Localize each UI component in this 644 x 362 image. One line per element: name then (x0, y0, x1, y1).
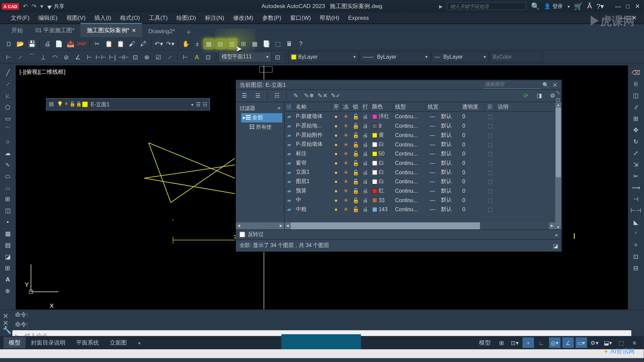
point-icon[interactable]: • (0, 217, 15, 227)
array-icon[interactable]: ⊞ (628, 113, 644, 124)
offset-icon[interactable]: ⫽ (628, 102, 644, 112)
menu-draw[interactable]: 绘图(D) (173, 12, 200, 23)
tol-icon[interactable]: ⊡ (130, 52, 141, 62)
settings-toggle-icon[interactable]: ◨ (534, 90, 545, 101)
doc-tab-active[interactable]: 施工图实际案例*✕ (80, 23, 142, 37)
table-v-scroll[interactable]: ▴ ▾ (555, 102, 561, 230)
tool-icon[interactable]: ⬚ (273, 38, 283, 49)
save-icon[interactable]: 💾 (26, 38, 37, 49)
play-icon[interactable]: ▸ (439, 2, 443, 10)
cmd-wrench-icon[interactable]: 🔧 (3, 326, 11, 334)
search-icon[interactable]: 🔍 (531, 2, 540, 10)
transparency-icon[interactable]: ⚙▾ (589, 337, 600, 348)
line-icon[interactable]: ╱ (0, 67, 15, 78)
update-icon[interactable]: ⊡ (203, 52, 214, 62)
help-tb-icon[interactable]: ? (296, 38, 306, 49)
layerprops-icon[interactable]: ▤ (48, 101, 54, 107)
linetype-dropdown[interactable]: ——ByLayer▾ (360, 52, 430, 62)
close-icon[interactable]: ✕ (633, 3, 642, 10)
dim-aligned-icon[interactable]: ⟋ (15, 52, 26, 62)
layer-state-icon[interactable]: ☷ (272, 90, 282, 101)
tab-close-icon[interactable]: ✕ (132, 28, 136, 33)
doc-tab-start[interactable]: 开始 (5, 24, 29, 37)
invert-filter-checkbox[interactable] (239, 232, 245, 237)
help-search-input[interactable] (447, 2, 526, 10)
snap-toggle-icon[interactable]: ⊡▾ (509, 337, 521, 348)
ungroup-icon[interactable]: ⊟ (628, 262, 644, 273)
sheet-icon[interactable]: 📑 (261, 38, 272, 49)
scale-icon[interactable]: ⤢ (628, 148, 644, 159)
new-layer2-icon[interactable]: ✎ (291, 90, 302, 101)
menu-modify[interactable]: 修改(M) (230, 12, 257, 23)
menu-tools[interactable]: 工具(T) (145, 12, 171, 23)
maximize-icon[interactable]: □ (623, 3, 632, 10)
grid-toggle-icon[interactable]: ⊞ (496, 337, 507, 348)
menu-file[interactable]: 文件(F) (7, 12, 33, 23)
layer-row[interactable]: ▰图层1●☀🔓🖨白Continu...—默认0⬚ (284, 177, 555, 186)
hatch-icon[interactable]: ▦ (0, 228, 15, 239)
new-filter-icon[interactable]: ☱ (253, 90, 263, 101)
layout-tab-model[interactable]: 模型 (4, 337, 26, 348)
refresh-icon[interactable]: ⟳ (521, 90, 531, 101)
fillet-icon[interactable]: ◜ (628, 228, 644, 239)
anno-icon[interactable]: ⬚ (615, 337, 627, 348)
dimstyle-edit-icon[interactable]: ⊡ (273, 52, 283, 62)
polar-toggle-icon[interactable]: ∟ (536, 337, 547, 348)
chamfer-icon[interactable]: ◣ (628, 217, 644, 227)
mirror-icon[interactable]: ◫ (628, 90, 644, 101)
cycle-icon[interactable]: ⬓▾ (602, 337, 613, 348)
layer-row[interactable]: ▰窗帘●☀🔓🖨白Continu...—默认0⬚ (284, 158, 555, 168)
minimize-icon[interactable]: — (613, 3, 622, 10)
doc-tab-1[interactable]: 01 平面施工图* (29, 24, 80, 37)
open-icon[interactable]: 📂 (15, 38, 26, 49)
zoom-icon[interactable]: ± (192, 38, 203, 49)
palette-opt-icon[interactable]: ⊡ (556, 97, 560, 103)
polygon-icon[interactable]: ⬠ (0, 102, 15, 112)
explode-icon[interactable]: ✧ (628, 240, 644, 250)
dim-rad-icon[interactable]: ◠ (50, 52, 60, 62)
freeze-new-icon[interactable]: ✎❄ (304, 90, 315, 101)
group-icon[interactable]: ⊡ (628, 251, 644, 262)
dwf-icon[interactable]: DWF (76, 38, 87, 49)
layout-tab-2[interactable]: 平面系统 (71, 337, 104, 348)
doc-tab-3[interactable]: Drawing2* (142, 25, 181, 37)
layer-states-icon[interactable]: ▤ (215, 38, 226, 49)
move-obj-icon[interactable]: ✥ (628, 125, 644, 135)
layer-tool-icon[interactable]: ▥ (226, 38, 237, 49)
menu-format[interactable]: 格式(O) (117, 12, 144, 23)
insert-icon[interactable]: ⊞ (0, 194, 15, 204)
new-tab-button[interactable]: + (181, 28, 197, 37)
dim-base-icon[interactable]: ⊢ (84, 52, 95, 62)
doc-window-controls[interactable]: — □ ✕ (616, 13, 640, 23)
text-edit-icon[interactable]: A (192, 52, 202, 62)
osnap-toggle-icon[interactable]: ◎▾ (549, 337, 560, 348)
mtext-icon[interactable]: A (0, 274, 15, 285)
brush-icon[interactable]: 🖍 (138, 38, 149, 49)
set-current-icon[interactable]: ✎✓ (330, 90, 341, 101)
dim-arc-icon[interactable]: ⌒ (26, 52, 37, 62)
redo-icon[interactable]: ↷ (32, 3, 37, 10)
layer-search-icon[interactable]: 🔍 (542, 81, 549, 87)
break-icon[interactable]: ⊣ (628, 194, 644, 204)
menu-status-icon[interactable]: ≡ (629, 337, 640, 348)
layer-row[interactable]: ▰P-新建墙体●☀🔓🖨洋红Continu...—默认0⬚ (284, 112, 555, 121)
center-icon[interactable]: ⊕ (142, 52, 152, 62)
calc-icon[interactable]: 🖩 (284, 38, 295, 49)
model-button[interactable]: 模型 (476, 337, 494, 348)
revcloud-icon[interactable]: ☁ (0, 148, 15, 159)
layout-tab-3[interactable]: 立面图 (104, 337, 132, 348)
match-icon[interactable]: 🖌 (126, 38, 137, 49)
app-icon[interactable]: Å (587, 2, 592, 10)
join-icon[interactable]: ⊢⊣ (628, 205, 644, 216)
otrack-toggle-icon[interactable]: ∠ (562, 337, 574, 348)
menu-insert[interactable]: 插入(I) (91, 12, 115, 23)
layer-aux1-icon[interactable]: ☰ (196, 101, 201, 107)
new-icon[interactable]: 🗋 (4, 38, 14, 49)
paste-icon[interactable]: 📋 (115, 38, 126, 49)
dropdown-arrow-icon[interactable]: ▾ (40, 3, 43, 10)
layer-search-input[interactable]: 搜索图层 (483, 81, 540, 89)
preview-icon[interactable]: 📄 (54, 38, 64, 49)
layer-row[interactable]: ▰中●☀🔓🖨33Continu...—默认0⬚ (284, 195, 555, 205)
stretch-icon[interactable]: ⇲ (628, 159, 644, 170)
tree-h-scroll[interactable]: ◂ ▸ (236, 222, 284, 229)
